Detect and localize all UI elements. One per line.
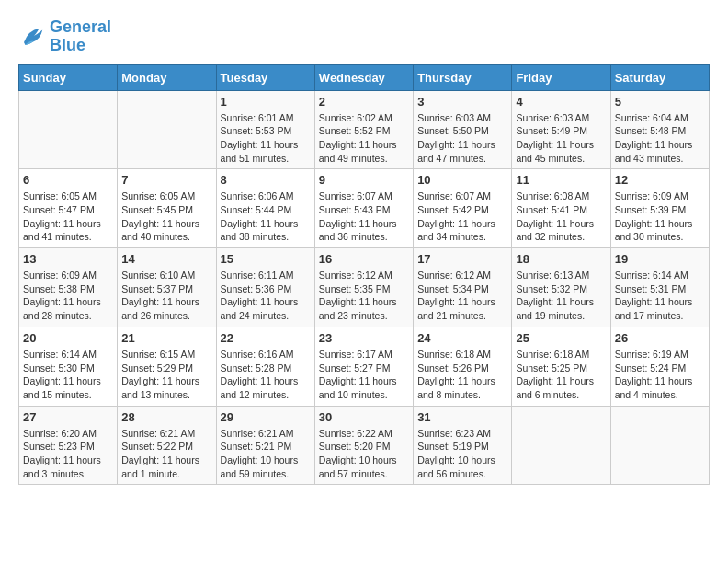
day-number: 22 — [221, 331, 311, 345]
calendar-week-row: 13Sunrise: 6:09 AM Sunset: 5:38 PM Dayli… — [19, 248, 710, 327]
logo-text: General Blue — [50, 18, 111, 55]
calendar-cell: 10Sunrise: 6:07 AM Sunset: 5:42 PM Dayli… — [414, 169, 512, 248]
calendar-cell: 25Sunrise: 6:18 AM Sunset: 5:25 PM Dayli… — [512, 327, 610, 406]
calendar-cell: 20Sunrise: 6:14 AM Sunset: 5:30 PM Dayli… — [19, 327, 118, 406]
weekday-header-cell: Saturday — [610, 64, 709, 90]
day-info: Sunrise: 6:12 AM Sunset: 5:35 PM Dayligh… — [319, 269, 409, 323]
day-number: 8 — [221, 173, 311, 187]
day-number: 19 — [615, 252, 705, 266]
day-number: 12 — [615, 173, 705, 187]
day-number: 2 — [319, 95, 409, 109]
calendar-cell: 30Sunrise: 6:22 AM Sunset: 5:20 PM Dayli… — [314, 406, 413, 485]
day-number: 25 — [516, 331, 606, 345]
day-info: Sunrise: 6:11 AM Sunset: 5:36 PM Dayligh… — [221, 269, 311, 323]
day-info: Sunrise: 6:14 AM Sunset: 5:30 PM Dayligh… — [23, 348, 113, 402]
calendar-cell: 8Sunrise: 6:06 AM Sunset: 5:44 PM Daylig… — [216, 169, 314, 248]
day-number: 27 — [23, 410, 113, 424]
day-info: Sunrise: 6:15 AM Sunset: 5:29 PM Dayligh… — [121, 348, 211, 402]
weekday-header-cell: Wednesday — [314, 64, 413, 90]
day-info: Sunrise: 6:16 AM Sunset: 5:28 PM Dayligh… — [221, 348, 311, 402]
calendar-cell: 28Sunrise: 6:21 AM Sunset: 5:22 PM Dayli… — [118, 406, 216, 485]
calendar-table: SundayMondayTuesdayWednesdayThursdayFrid… — [18, 64, 710, 486]
calendar-cell — [19, 90, 118, 169]
day-info: Sunrise: 6:07 AM Sunset: 5:42 PM Dayligh… — [417, 190, 507, 244]
day-number: 13 — [23, 252, 113, 266]
calendar-cell: 17Sunrise: 6:12 AM Sunset: 5:34 PM Dayli… — [414, 248, 512, 327]
page-header: General Blue — [18, 18, 710, 55]
calendar-cell: 18Sunrise: 6:13 AM Sunset: 5:32 PM Dayli… — [512, 248, 610, 327]
day-number: 7 — [121, 173, 211, 187]
weekday-header-cell: Tuesday — [216, 64, 314, 90]
calendar-body: 1Sunrise: 6:01 AM Sunset: 5:53 PM Daylig… — [19, 90, 710, 485]
day-number: 30 — [319, 410, 409, 424]
calendar-week-row: 1Sunrise: 6:01 AM Sunset: 5:53 PM Daylig… — [19, 90, 710, 169]
day-number: 11 — [516, 173, 606, 187]
day-number: 23 — [319, 331, 409, 345]
weekday-header-cell: Monday — [118, 64, 216, 90]
day-number: 3 — [417, 95, 507, 109]
day-number: 31 — [417, 410, 507, 424]
calendar-week-row: 6Sunrise: 6:05 AM Sunset: 5:47 PM Daylig… — [19, 169, 710, 248]
calendar-cell: 14Sunrise: 6:10 AM Sunset: 5:37 PM Dayli… — [118, 248, 216, 327]
day-info: Sunrise: 6:19 AM Sunset: 5:24 PM Dayligh… — [615, 348, 705, 402]
day-number: 20 — [23, 331, 113, 345]
calendar-cell: 6Sunrise: 6:05 AM Sunset: 5:47 PM Daylig… — [19, 169, 118, 248]
day-info: Sunrise: 6:05 AM Sunset: 5:45 PM Dayligh… — [121, 190, 211, 244]
day-number: 17 — [417, 252, 507, 266]
calendar-week-row: 27Sunrise: 6:20 AM Sunset: 5:23 PM Dayli… — [19, 406, 710, 485]
day-info: Sunrise: 6:12 AM Sunset: 5:34 PM Dayligh… — [417, 269, 507, 323]
day-info: Sunrise: 6:14 AM Sunset: 5:31 PM Dayligh… — [615, 269, 705, 323]
logo-bird-icon — [18, 23, 46, 51]
calendar-cell — [610, 406, 709, 485]
calendar-cell: 5Sunrise: 6:04 AM Sunset: 5:48 PM Daylig… — [610, 90, 709, 169]
day-info: Sunrise: 6:10 AM Sunset: 5:37 PM Dayligh… — [121, 269, 211, 323]
day-number: 21 — [121, 331, 211, 345]
day-info: Sunrise: 6:01 AM Sunset: 5:53 PM Dayligh… — [221, 111, 311, 166]
day-info: Sunrise: 6:20 AM Sunset: 5:23 PM Dayligh… — [23, 427, 113, 481]
calendar-cell: 19Sunrise: 6:14 AM Sunset: 5:31 PM Dayli… — [610, 248, 709, 327]
weekday-header-row: SundayMondayTuesdayWednesdayThursdayFrid… — [19, 64, 710, 90]
calendar-cell: 26Sunrise: 6:19 AM Sunset: 5:24 PM Dayli… — [610, 327, 709, 406]
calendar-cell: 24Sunrise: 6:18 AM Sunset: 5:26 PM Dayli… — [414, 327, 512, 406]
day-number: 28 — [121, 410, 211, 424]
day-number: 5 — [615, 95, 705, 109]
day-info: Sunrise: 6:13 AM Sunset: 5:32 PM Dayligh… — [516, 269, 606, 323]
day-info: Sunrise: 6:09 AM Sunset: 5:39 PM Dayligh… — [615, 190, 705, 244]
calendar-cell: 1Sunrise: 6:01 AM Sunset: 5:53 PM Daylig… — [216, 90, 314, 169]
calendar-cell: 7Sunrise: 6:05 AM Sunset: 5:45 PM Daylig… — [118, 169, 216, 248]
day-info: Sunrise: 6:03 AM Sunset: 5:49 PM Dayligh… — [516, 111, 606, 166]
weekday-header-cell: Thursday — [414, 64, 512, 90]
day-info: Sunrise: 6:03 AM Sunset: 5:50 PM Dayligh… — [417, 111, 507, 166]
calendar-cell: 2Sunrise: 6:02 AM Sunset: 5:52 PM Daylig… — [314, 90, 413, 169]
calendar-cell: 29Sunrise: 6:21 AM Sunset: 5:21 PM Dayli… — [216, 406, 314, 485]
calendar-cell: 23Sunrise: 6:17 AM Sunset: 5:27 PM Dayli… — [314, 327, 413, 406]
day-info: Sunrise: 6:23 AM Sunset: 5:19 PM Dayligh… — [417, 427, 507, 481]
day-number: 26 — [615, 331, 705, 345]
calendar-cell: 21Sunrise: 6:15 AM Sunset: 5:29 PM Dayli… — [118, 327, 216, 406]
calendar-cell: 11Sunrise: 6:08 AM Sunset: 5:41 PM Dayli… — [512, 169, 610, 248]
day-info: Sunrise: 6:07 AM Sunset: 5:43 PM Dayligh… — [319, 190, 409, 244]
calendar-cell: 22Sunrise: 6:16 AM Sunset: 5:28 PM Dayli… — [216, 327, 314, 406]
day-number: 9 — [319, 173, 409, 187]
day-info: Sunrise: 6:08 AM Sunset: 5:41 PM Dayligh… — [516, 190, 606, 244]
calendar-cell: 31Sunrise: 6:23 AM Sunset: 5:19 PM Dayli… — [414, 406, 512, 485]
day-number: 16 — [319, 252, 409, 266]
weekday-header-cell: Sunday — [19, 64, 118, 90]
calendar-cell: 4Sunrise: 6:03 AM Sunset: 5:49 PM Daylig… — [512, 90, 610, 169]
day-info: Sunrise: 6:18 AM Sunset: 5:26 PM Dayligh… — [417, 348, 507, 402]
day-info: Sunrise: 6:18 AM Sunset: 5:25 PM Dayligh… — [516, 348, 606, 402]
calendar-cell — [118, 90, 216, 169]
day-number: 4 — [516, 95, 606, 109]
calendar-cell: 13Sunrise: 6:09 AM Sunset: 5:38 PM Dayli… — [19, 248, 118, 327]
day-info: Sunrise: 6:21 AM Sunset: 5:22 PM Dayligh… — [121, 427, 211, 481]
day-info: Sunrise: 6:02 AM Sunset: 5:52 PM Dayligh… — [319, 111, 409, 166]
day-info: Sunrise: 6:06 AM Sunset: 5:44 PM Dayligh… — [221, 190, 311, 244]
day-number: 24 — [417, 331, 507, 345]
calendar-cell: 16Sunrise: 6:12 AM Sunset: 5:35 PM Dayli… — [314, 248, 413, 327]
day-info: Sunrise: 6:22 AM Sunset: 5:20 PM Dayligh… — [319, 427, 409, 481]
calendar-cell: 27Sunrise: 6:20 AM Sunset: 5:23 PM Dayli… — [19, 406, 118, 485]
day-number: 14 — [121, 252, 211, 266]
day-number: 15 — [221, 252, 311, 266]
day-number: 18 — [516, 252, 606, 266]
calendar-cell — [512, 406, 610, 485]
